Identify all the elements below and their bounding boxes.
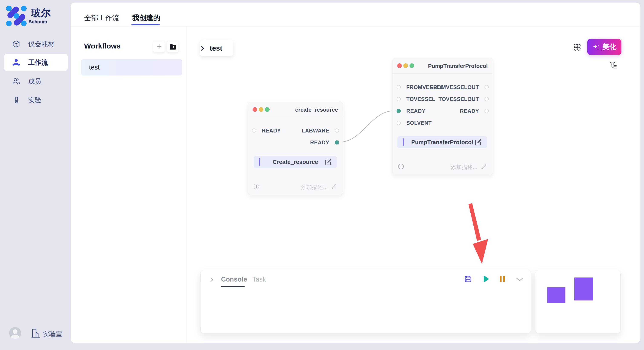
console-panel: Console Task xyxy=(200,270,531,334)
run-icon[interactable] xyxy=(482,275,490,283)
tab-console[interactable]: Console xyxy=(221,276,247,283)
pause-icon[interactable] xyxy=(499,275,506,283)
console-tab-underline xyxy=(221,286,245,287)
minimap-node xyxy=(547,287,566,303)
save-icon[interactable] xyxy=(464,275,472,283)
minimap[interactable] xyxy=(535,270,620,334)
minimap-node xyxy=(574,278,593,301)
scrollbar-strip[interactable] xyxy=(640,0,644,350)
app-root: 玻尔 Bohrium 仪器耗材 工作流 成员 实验 xyxy=(0,0,644,350)
collapse-chevron-icon[interactable] xyxy=(516,277,524,282)
expand-chevron-icon[interactable] xyxy=(209,277,214,283)
tab-task[interactable]: Task xyxy=(252,276,266,283)
